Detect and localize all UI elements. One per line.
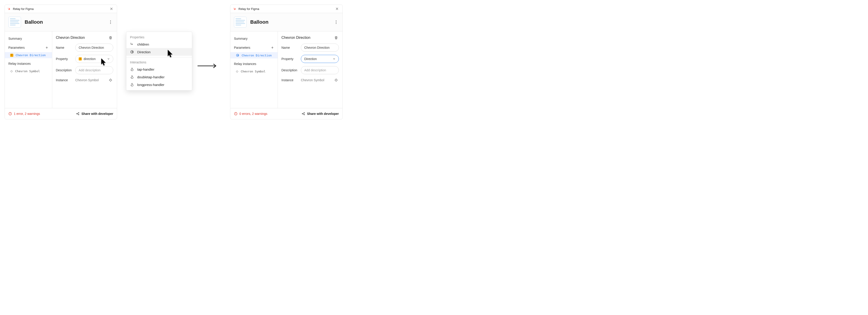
error-status[interactable]: 0 errors, 2 warnings [239,112,268,115]
panel-title: Relay for Figma [13,7,34,11]
detail-title: Chevron Direction [56,36,85,40]
relay-panel-before: Relay for Figma Balloon Summary [4,4,117,119]
target-icon[interactable] [108,77,113,83]
trash-icon[interactable] [333,35,339,40]
error-icon [8,112,12,115]
panel-titlebar: Relay for Figma [5,5,117,13]
sidebar-param-item-label: Chevron Direction [16,54,46,57]
sidebar-parameters[interactable]: Parameters [5,43,52,52]
property-select[interactable]: ! direction [75,55,113,63]
detail-pane: Chevron Direction Name Chevron Direction… [278,31,342,108]
popover-item-longpress[interactable]: longpress-handler [126,81,192,89]
popover-item-direction[interactable]: Direction [126,48,192,56]
doubletap-icon [130,75,134,79]
sidebar-summary[interactable]: Summary [230,34,278,43]
close-icon[interactable] [109,6,114,11]
sidebar-summary-label: Summary [234,37,248,40]
relay-panel-after: Relay for Figma Balloon Summary [230,4,343,119]
sidebar: Summary Parameters ! Chevron Direction R… [5,31,52,108]
name-input-value: Chevron Direction [304,46,330,49]
sidebar-instance-item[interactable]: Chevron Symbol [5,68,52,74]
sidebar-parameters[interactable]: Parameters [230,43,278,52]
add-parameter-icon[interactable] [271,46,274,49]
sidebar-relay-instances-label: Relay instances [8,62,31,65]
share-button[interactable]: Share with developer [76,112,113,115]
popover-interactions-heading: Interactions [126,59,192,65]
description-label: Description [281,68,298,72]
popover-properties-heading: Properties [126,34,192,40]
sidebar-summary-label: Summary [8,37,22,40]
share-button[interactable]: Share with developer [302,112,339,115]
popover-item-label: tap-handler [137,67,154,71]
instance-value: Chevron Symbol [75,78,105,82]
more-icon[interactable] [108,20,113,25]
description-label: Description [56,68,72,72]
svg-point-0 [110,20,111,21]
svg-point-11 [336,23,336,24]
name-input[interactable]: Chevron Direction [75,43,113,52]
popover-item-label: longpress-handler [137,83,164,86]
name-input[interactable]: Chevron Direction [301,43,339,52]
chevron-down-icon [107,58,110,60]
component-header: Balloon [230,13,342,31]
sidebar-param-item-label: Chevron Direction [242,54,272,57]
diamond-icon [236,70,239,73]
transition-column: Properties children Direction Interactio… [126,4,221,122]
detail-title: Chevron Direction [281,36,310,40]
svg-point-9 [336,20,336,21]
component-thumbnail [8,17,21,28]
relay-logo-icon [7,7,11,11]
property-select-value: Direction [304,57,317,61]
add-parameter-icon[interactable] [45,46,49,49]
sidebar-instance-item[interactable]: Chevron Symbol [230,68,278,74]
instance-label: Instance [56,78,72,82]
description-placeholder: Add description [79,68,101,72]
property-select[interactable]: Direction [301,55,339,63]
popover-item-children[interactable]: children [126,40,192,48]
panel-titlebar: Relay for Figma [230,5,342,13]
instance-label: Instance [281,78,298,82]
error-status[interactable]: 1 error, 2 warnings [14,112,40,115]
relay-logo-icon [233,7,237,11]
property-select-value: direction [84,57,96,61]
sidebar-instance-item-label: Chevron Symbol [241,70,266,73]
sidebar-instance-item-label: Chevron Symbol [15,70,40,73]
cursor-icon [167,49,174,58]
description-input[interactable]: Add description [75,66,113,74]
sidebar-param-item[interactable]: ! Chevron Direction [5,52,52,58]
popover-item-label: children [137,42,149,46]
popover-item-label: Direction [137,50,151,54]
panel-title: Relay for Figma [239,7,259,11]
property-popover: Properties children Direction Interactio… [126,32,192,91]
popover-item-doubletap[interactable]: doubletap-handler [126,73,192,81]
panel-footer: 0 errors, 2 warnings Share with develope… [230,108,342,119]
component-name: Balloon [250,19,330,25]
diamond-icon [10,70,13,73]
trash-icon[interactable] [108,35,113,40]
name-label: Name [281,46,298,49]
popover-item-tap[interactable]: tap-handler [126,65,192,73]
component-header: Balloon [5,13,117,31]
sidebar-param-item[interactable]: Chevron Direction [230,52,278,59]
share-icon [76,112,80,115]
detail-pane: Chevron Direction Name Chevron Direction… [52,31,117,108]
svg-point-2 [110,23,111,24]
sidebar-parameters-label: Parameters [234,46,250,49]
sidebar-summary[interactable]: Summary [5,34,52,43]
more-icon[interactable] [333,20,339,25]
close-icon[interactable] [334,6,340,11]
svg-point-13 [335,79,337,81]
svg-point-1 [110,22,111,22]
sidebar-relay-instances[interactable]: Relay instances [5,59,52,68]
component-name: Balloon [25,19,104,25]
warning-badge-icon: ! [79,57,82,61]
description-input[interactable]: Add description [301,66,339,74]
component-thumbnail [234,17,247,28]
sidebar-relay-instances[interactable]: Relay instances [230,59,278,68]
property-label: Property [56,57,72,61]
direction-icon [236,54,239,57]
property-label: Property [281,57,298,61]
share-label: Share with developer [307,112,339,115]
target-icon[interactable] [333,77,339,83]
instance-value: Chevron Symbol [301,78,331,82]
